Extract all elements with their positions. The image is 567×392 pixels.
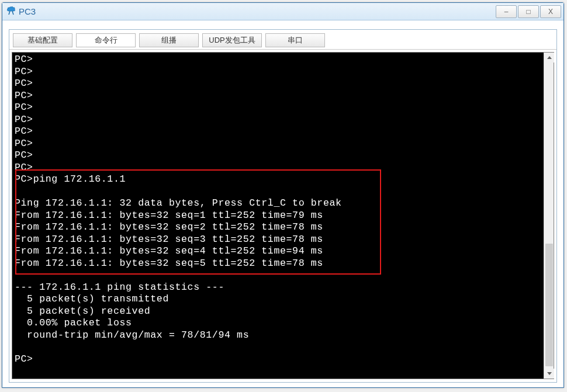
scroll-down-button[interactable]: [544, 369, 554, 379]
app-icon: [6, 6, 16, 17]
maximize-button[interactable]: □: [518, 5, 539, 18]
chevron-up-icon: [547, 56, 552, 59]
app-window: PC3 – □ X 基础配置 命令行 组播 UDP发包工具 串口 PC> PC>…: [2, 2, 564, 388]
scroll-up-button[interactable]: [544, 53, 554, 63]
client-area: 基础配置 命令行 组播 UDP发包工具 串口 PC> PC> PC> PC> P…: [9, 29, 557, 383]
tab-mcast[interactable]: 组播: [139, 33, 199, 47]
close-button[interactable]: X: [540, 5, 561, 18]
scrollbar[interactable]: [544, 53, 554, 379]
tabs-bar: 基础配置 命令行 组播 UDP发包工具 串口: [9, 30, 556, 50]
scroll-track[interactable]: [544, 63, 554, 369]
window-title: PC3: [19, 6, 495, 16]
tab-serial[interactable]: 串口: [265, 33, 325, 47]
tab-udp[interactable]: UDP发包工具: [202, 33, 262, 47]
maximize-icon: □: [526, 8, 530, 15]
terminal-container: PC> PC> PC> PC> PC> PC> PC> PC> PC> PC> …: [12, 52, 554, 379]
chevron-down-icon: [547, 372, 552, 375]
window-controls: – □ X: [495, 5, 561, 18]
scroll-thumb[interactable]: [545, 244, 553, 366]
close-icon: X: [548, 8, 553, 15]
tab-cli[interactable]: 命令行: [76, 33, 136, 47]
minimize-button[interactable]: –: [496, 5, 517, 18]
titlebar[interactable]: PC3 – □ X: [2, 3, 563, 20]
minimize-icon: –: [504, 8, 509, 15]
tab-basic[interactable]: 基础配置: [13, 33, 72, 47]
terminal-output[interactable]: PC> PC> PC> PC> PC> PC> PC> PC> PC> PC> …: [12, 53, 544, 379]
